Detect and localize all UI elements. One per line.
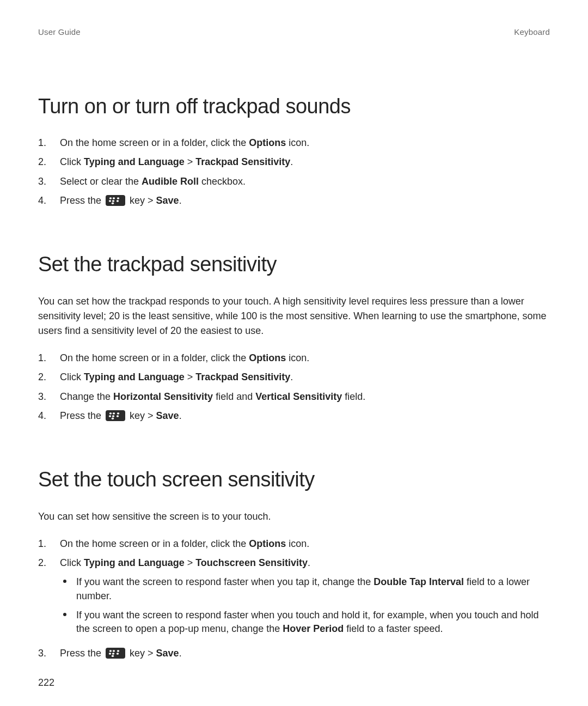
bullet-item: If you want the screen to respond faster… xyxy=(60,608,550,641)
section-intro: You can set how the trackpad responds to… xyxy=(38,294,550,338)
header-left: User Guide xyxy=(38,26,81,38)
svg-point-4 xyxy=(112,200,114,202)
svg-point-5 xyxy=(117,200,119,202)
svg-point-10 xyxy=(109,415,111,417)
steps-list: On the home screen or in a folder, click… xyxy=(38,351,550,428)
step-item: On the home screen or in a folder, click… xyxy=(38,136,550,155)
svg-point-0 xyxy=(109,197,112,199)
bullet-list: If you want the screen to respond faster… xyxy=(60,575,550,641)
svg-point-11 xyxy=(112,415,114,417)
svg-point-6 xyxy=(112,202,114,204)
svg-point-16 xyxy=(117,650,119,652)
svg-point-15 xyxy=(113,650,115,652)
section-heading: Set the trackpad sensitivity xyxy=(38,250,550,279)
step-item: On the home screen or in a folder, click… xyxy=(38,537,550,556)
blackberry-key-icon xyxy=(106,410,125,421)
steps-list: On the home screen or in a folder, click… xyxy=(38,136,550,213)
svg-point-9 xyxy=(117,412,119,414)
section-heading: Troubleshooting: Keyboard xyxy=(38,703,550,706)
svg-point-20 xyxy=(112,655,114,657)
step-item: Press the key > Save. xyxy=(38,194,550,213)
bullet-item: If you want the screen to respond faster… xyxy=(60,575,550,608)
step-item: Change the Horizontal Sensitivity field … xyxy=(38,390,550,409)
section-intro: You can set how sensitive the screen is … xyxy=(38,509,550,524)
svg-point-8 xyxy=(113,412,115,414)
svg-point-3 xyxy=(109,200,111,202)
header-right: Keyboard xyxy=(514,26,550,38)
step-item: On the home screen or in a folder, click… xyxy=(38,351,550,370)
step-item: Click Typing and Language > Touchscreen … xyxy=(38,556,550,647)
svg-point-17 xyxy=(109,653,111,654)
page-number: 222 xyxy=(38,676,54,690)
svg-point-14 xyxy=(109,650,112,652)
step-item: Press the key > Save. xyxy=(38,409,550,428)
step-item: Click Typing and Language > Trackpad Sen… xyxy=(38,370,550,389)
blackberry-key-icon xyxy=(106,195,125,206)
svg-point-12 xyxy=(117,415,119,417)
steps-list: On the home screen or in a folder, click… xyxy=(38,537,550,666)
blackberry-key-icon xyxy=(106,648,125,659)
svg-point-1 xyxy=(113,197,115,199)
step-item: Select or clear the Audible Roll checkbo… xyxy=(38,175,550,194)
svg-point-13 xyxy=(112,417,114,419)
section-heading: Set the touch screen sensitivity xyxy=(38,465,550,494)
svg-point-7 xyxy=(109,412,112,414)
svg-point-19 xyxy=(117,653,119,654)
svg-point-18 xyxy=(112,653,114,654)
step-item: Press the key > Save. xyxy=(38,647,550,666)
section-heading: Turn on or turn off trackpad sounds xyxy=(38,92,550,121)
svg-point-2 xyxy=(117,197,119,199)
step-item: Click Typing and Language > Trackpad Sen… xyxy=(38,155,550,174)
